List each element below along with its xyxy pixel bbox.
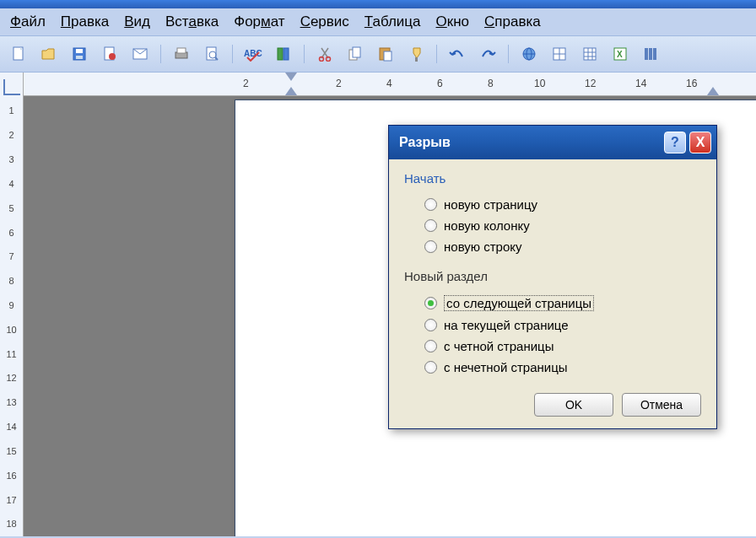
ok-button[interactable]: OK	[534, 393, 613, 417]
insert-excel-icon[interactable]: X	[608, 42, 632, 66]
ruler-tick: 3	[8, 148, 14, 172]
ruler-tick: 2	[8, 123, 14, 148]
help-button[interactable]: ?	[664, 132, 686, 153]
toolbar-separator	[436, 45, 437, 63]
horizontal-ruler: 2 2 4 6 8 10 12 14 16	[24, 73, 756, 96]
ruler-tick: 16	[6, 463, 16, 487]
columns-icon[interactable]	[639, 42, 662, 66]
radio-current-page[interactable]: на текущей странице	[404, 315, 701, 336]
radio-icon	[424, 240, 437, 253]
mail-icon[interactable]	[128, 42, 152, 66]
ruler-tick: 2	[336, 78, 342, 89]
ruler-tick: 6	[8, 220, 14, 245]
menu-window[interactable]: Окно	[436, 13, 470, 30]
app-titlebar	[0, 0, 756, 8]
radio-odd-page[interactable]: с нечетной страницы	[404, 357, 701, 378]
svg-rect-28	[584, 48, 596, 60]
research-icon[interactable]	[272, 42, 295, 66]
toolbar-separator	[232, 45, 233, 63]
radio-icon	[424, 319, 437, 331]
menu-edit[interactable]: Правка	[61, 13, 109, 30]
ruler-tick: 5	[8, 196, 14, 220]
menu-insert[interactable]: Вставка	[165, 13, 219, 30]
radio-icon	[424, 361, 437, 374]
svg-rect-8	[177, 48, 186, 53]
radio-label: с нечетной страницы	[444, 360, 568, 374]
radio-even-page[interactable]: с четной страницы	[404, 336, 701, 357]
cut-icon[interactable]	[313, 42, 337, 66]
hyperlink-icon[interactable]	[517, 42, 541, 66]
svg-text:ABC: ABC	[244, 49, 262, 58]
ruler-tick: 13	[6, 390, 16, 415]
close-button[interactable]: X	[689, 132, 711, 153]
svg-rect-36	[649, 48, 652, 60]
print-icon[interactable]	[170, 42, 193, 66]
svg-point-16	[327, 57, 331, 62]
radio-icon	[424, 297, 437, 309]
radio-new-line[interactable]: новую строку	[404, 236, 701, 257]
radio-next-page[interactable]: со следующей страницы	[404, 292, 701, 315]
menu-service[interactable]: Сервис	[300, 13, 349, 30]
dialog-titlebar[interactable]: Разрыв ? X	[389, 126, 716, 159]
radio-icon	[424, 219, 437, 232]
permissions-icon[interactable]	[98, 42, 122, 66]
radio-new-page[interactable]: новую страницу	[404, 194, 701, 215]
cancel-button[interactable]: Отмена	[622, 393, 701, 417]
preview-icon[interactable]	[200, 42, 224, 66]
ruler-tick: 10	[6, 317, 16, 342]
group-section-label: Новый раздел	[404, 269, 701, 283]
format-painter-icon[interactable]	[404, 42, 428, 66]
left-indent-marker[interactable]	[285, 87, 297, 95]
menu-format[interactable]: Формат	[234, 13, 284, 30]
ruler-tick: 8	[488, 78, 494, 89]
svg-rect-20	[384, 51, 392, 61]
tables-border-icon[interactable]	[548, 42, 571, 66]
toolbar: ABC X	[0, 35, 756, 73]
ruler-tick: 17	[6, 487, 16, 512]
paste-icon[interactable]	[374, 42, 397, 66]
ruler-tick: 14	[6, 415, 16, 439]
save-icon[interactable]	[68, 42, 91, 66]
radio-icon	[424, 198, 437, 211]
svg-point-15	[320, 57, 324, 62]
ruler-tick: 8	[8, 269, 14, 293]
menu-file[interactable]: Файл	[10, 13, 46, 30]
tab-align-selector[interactable]	[3, 79, 20, 95]
ruler-tick: 11	[6, 342, 16, 366]
radio-label: новую колонку	[444, 218, 530, 233]
undo-icon[interactable]	[446, 42, 469, 66]
copy-icon[interactable]	[343, 42, 367, 66]
ruler-tick: 2	[243, 78, 249, 89]
ruler-tick: 4	[386, 78, 392, 89]
menu-help[interactable]: Справка	[484, 13, 541, 30]
radio-label: со следующей страницы	[444, 295, 594, 311]
svg-rect-13	[278, 48, 283, 60]
ruler-tick: 15	[6, 439, 16, 464]
new-doc-icon[interactable]	[7, 42, 30, 66]
group-start-label: Начать	[404, 171, 701, 186]
ruler-tick: 10	[534, 78, 545, 89]
ruler-tick: 12	[6, 366, 16, 390]
redo-icon[interactable]	[476, 42, 500, 66]
spellcheck-icon[interactable]: ABC	[241, 42, 265, 66]
menu-view[interactable]: Вид	[124, 13, 150, 30]
ruler-tick: 14	[635, 78, 646, 89]
ruler-tick: 12	[585, 78, 596, 89]
ruler-tick: 9	[8, 293, 14, 318]
radio-icon	[424, 340, 437, 352]
menubar: Файл Правка Вид Вставка Формат Сервис Та…	[0, 8, 756, 35]
svg-point-5	[109, 53, 116, 60]
vertical-ruler: 1 2 3 4 5 6 7 8 9 10 11 12 13 14 15 16 1…	[0, 73, 24, 536]
radio-new-column[interactable]: новую колонку	[404, 215, 701, 236]
open-icon[interactable]	[37, 42, 61, 66]
first-line-indent-marker[interactable]	[285, 73, 297, 81]
right-indent-marker[interactable]	[707, 87, 719, 95]
ruler-tick: 4	[8, 171, 14, 196]
radio-label: новую строку	[444, 239, 521, 254]
svg-rect-21	[415, 57, 418, 62]
svg-rect-14	[284, 48, 289, 60]
svg-rect-35	[645, 48, 648, 60]
ruler-tick: 16	[686, 78, 697, 89]
insert-table-icon[interactable]	[578, 42, 602, 66]
menu-table[interactable]: Таблица	[364, 13, 421, 30]
